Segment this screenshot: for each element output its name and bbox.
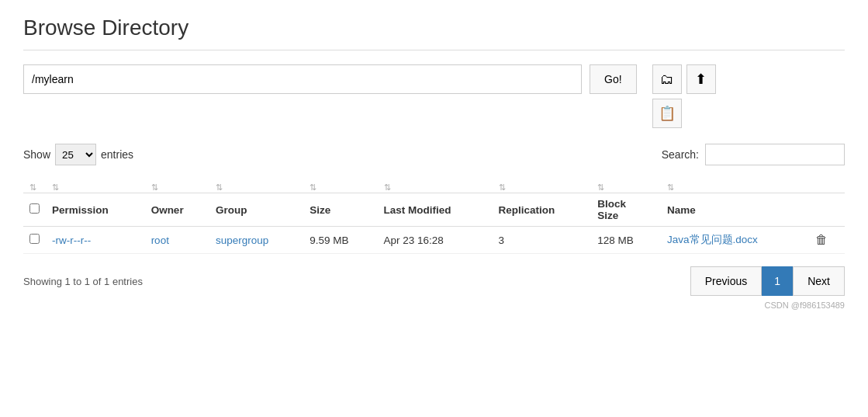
row-owner: root (145, 227, 209, 254)
path-input[interactable] (23, 64, 582, 94)
select-all-checkbox[interactable] (29, 203, 40, 214)
upload-icon: ⬆ (695, 71, 707, 88)
watermark: CSDN @f986153489 (23, 301, 845, 310)
showing-text: Showing 1 to 1 of 1 entries (23, 276, 143, 287)
col-header-blocksize: BlockSize (591, 193, 661, 227)
owner-link[interactable]: root (151, 235, 169, 246)
list-icon: 📋 (659, 105, 676, 122)
row-delete: 🗑 (809, 227, 845, 254)
col-group-sort: ⇅ (209, 176, 303, 193)
col-permission-sort: ⇅ (46, 176, 145, 193)
row-permission: -rw-r--r-- (46, 227, 145, 254)
icon-row-top: 🗂 ⬆ (652, 64, 716, 94)
col-owner-sort: ⇅ (145, 176, 209, 193)
sort-icon-lastmod: ⇅ (384, 182, 391, 192)
footer-bar: Showing 1 to 1 of 1 entries Previous 1 N… (23, 266, 845, 296)
sort-icon-name: ⇅ (667, 182, 674, 192)
next-button[interactable]: Next (793, 266, 845, 296)
sort-icon-replication: ⇅ (499, 182, 506, 192)
row-size: 9.59 MB (303, 227, 377, 254)
go-button[interactable]: Go! (590, 64, 637, 94)
table-row: -rw-r--r-- root supergroup 9.59 MB Apr 2… (23, 227, 845, 254)
entries-label: entries (101, 148, 133, 161)
col-size-sort: ⇅ (303, 176, 377, 193)
col-header-owner: Owner (145, 193, 209, 227)
previous-button[interactable]: Previous (690, 266, 762, 296)
sort-icon-checkbox: ⇅ (29, 182, 36, 192)
show-entries-control: Show 10 25 50 100 entries (23, 144, 133, 165)
col-header-lastmod: Last Modified (378, 193, 493, 227)
col-checkbox-sort: ⇅ (23, 176, 46, 193)
col-header-replication: Replication (493, 193, 592, 227)
sort-arrows-row: ⇅ ⇅ ⇅ ⇅ ⇅ ⇅ ⇅ ⇅ ⇅ (23, 176, 845, 193)
col-lastmod-sort: ⇅ (378, 176, 493, 193)
col-header-checkbox (23, 193, 46, 227)
row-name: Java常见问题.docx (661, 227, 809, 254)
row-checkbox-cell (23, 227, 46, 254)
folder-icon-button[interactable]: 🗂 (652, 64, 682, 94)
col-header-actions (809, 193, 845, 227)
col-header-group: Group (209, 193, 303, 227)
sort-icon-size: ⇅ (310, 182, 316, 192)
search-input[interactable] (705, 144, 845, 165)
col-name-sort: ⇅ (661, 176, 809, 193)
folder-icon: 🗂 (660, 71, 674, 88)
col-blocksize-sort: ⇅ (591, 176, 661, 193)
group-link[interactable]: supergroup (216, 235, 268, 246)
sort-icon-group: ⇅ (216, 182, 223, 192)
page-title: Browse Directory (23, 16, 845, 50)
file-link[interactable]: Java常见问题.docx (667, 234, 758, 245)
action-icon-buttons: 🗂 ⬆ 📋 (652, 64, 716, 128)
header-row: Permission Owner Group Size Last Modifie… (23, 193, 845, 227)
sort-icon-blocksize: ⇅ (597, 182, 604, 192)
col-header-size: Size (303, 193, 377, 227)
col-header-permission: Permission (46, 193, 145, 227)
upload-icon-button[interactable]: ⬆ (686, 64, 716, 94)
row-blocksize: 128 MB (591, 227, 661, 254)
pagination: Previous 1 Next (690, 266, 845, 296)
row-group: supergroup (209, 227, 303, 254)
top-bar: Go! 🗂 ⬆ 📋 (23, 64, 845, 128)
col-replication-sort: ⇅ (493, 176, 592, 193)
search-label: Search: (662, 148, 699, 161)
entries-select[interactable]: 10 25 50 100 (55, 144, 96, 165)
col-actions-sort (809, 176, 845, 193)
delete-button[interactable]: 🗑 (815, 233, 828, 247)
row-checkbox[interactable] (29, 234, 40, 244)
sort-icon-owner: ⇅ (151, 182, 158, 192)
search-bar: Search: (662, 144, 845, 165)
list-icon-button[interactable]: 📋 (652, 99, 682, 128)
current-page-number: 1 (762, 266, 793, 296)
sort-icon-permission: ⇅ (52, 182, 59, 192)
directory-table: ⇅ ⇅ ⇅ ⇅ ⇅ ⇅ ⇅ ⇅ ⇅ (23, 176, 845, 254)
icon-row-bottom: 📋 (652, 99, 716, 128)
permission-link[interactable]: -rw-r--r-- (52, 235, 91, 246)
controls-bar: Show 10 25 50 100 entries Search: (23, 144, 845, 165)
show-label: Show (23, 148, 50, 161)
row-lastmod: Apr 23 16:28 (378, 227, 493, 254)
col-header-name: Name (661, 193, 809, 227)
row-replication: 3 (493, 227, 592, 254)
